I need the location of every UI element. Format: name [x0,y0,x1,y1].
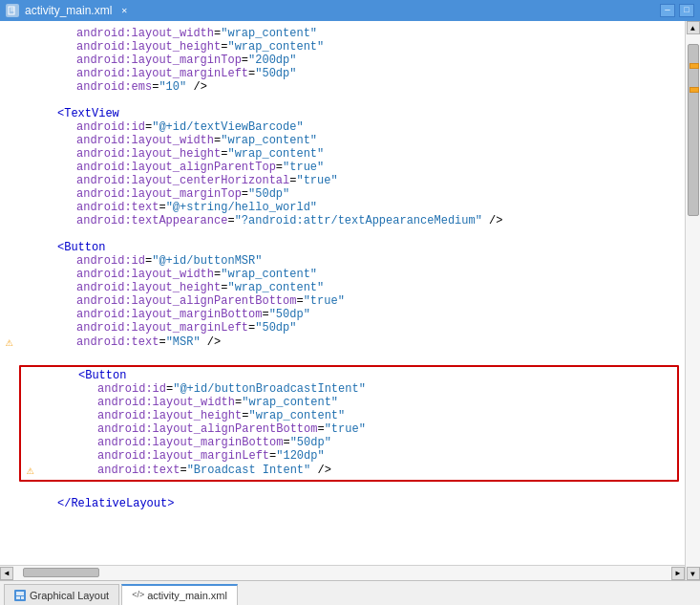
code-line: android:layout_alignParentBottom="true" [21,422,677,436]
code-text: android:layout_marginTop="50dp" [19,187,685,201]
maximize-button[interactable]: □ [679,4,694,17]
editor-area: android:layout_width="wrap_content" andr… [0,21,685,580]
tab-graphical-layout[interactable]: Graphical Layout [4,584,119,605]
code-line: <Button [0,241,685,254]
h-scrollbar-track[interactable] [13,566,671,580]
main-window: activity_main.xml ✕ — □ android:layout_w… [0,0,700,605]
code-line: android:id="@+id/buttonMSR" [0,254,685,268]
horizontal-scrollbar[interactable]: ◀ ▶ [0,565,685,580]
code-text: android:layout_width="wrap_content" [19,134,685,147]
highlighted-code-block: <Button android:id="@+id/buttonBroadcast… [19,365,679,482]
code-line: android:layout_width="wrap_content" [0,134,685,147]
code-text: android:textAppearance="?android:attr/te… [19,214,685,227]
code-line: android:layout_centerHorizontal="true" [0,174,685,187]
svg-rect-3 [16,592,24,595]
code-line: android:layout_marginLeft="50dp" [0,321,685,335]
minimize-button[interactable]: — [660,4,675,17]
code-line [0,350,685,363]
code-text: android:text="@+string/hello_world" [19,201,685,214]
code-text [19,94,685,107]
title-bar: activity_main.xml ✕ — □ [0,0,700,21]
code-line: android:layout_height="wrap_content" [0,281,685,294]
code-text: android:layout_height="wrap_content" [19,281,685,294]
code-line: android:layout_marginLeft="120dp" [21,449,677,463]
code-line: android:textAppearance="?android:attr/te… [0,214,685,227]
code-line [0,484,685,497]
code-text [19,350,685,363]
scroll-marker-2 [689,87,699,93]
code-line: android:id="@+id/textViewBarcode" [0,120,685,134]
code-text: android:id="@+id/textViewBarcode" [19,120,685,134]
warning-gutter: ⚠ [21,463,40,478]
code-line: android:layout_marginBottom="50dp" [0,308,685,321]
code-text: android:layout_marginLeft="120dp" [40,449,677,463]
tab-xml[interactable]: </> activity_main.xml [121,584,238,605]
scroll-up-button[interactable]: ▲ [687,21,700,34]
main-area: android:layout_width="wrap_content" andr… [0,21,700,580]
code-text: android:layout_centerHorizontal="true" [19,174,685,187]
code-text: android:layout_marginTop="200dp" [19,54,685,67]
code-text: android:layout_marginLeft="50dp" [19,67,685,80]
bottom-tab-bar: Graphical Layout </> activity_main.xml [0,580,700,605]
warning-icon: ⚠ [27,463,34,478]
code-line: android:layout_width="wrap_content" [21,396,677,409]
tab-graphical-label: Graphical Layout [30,590,109,601]
code-text: android:layout_marginBottom="50dp" [40,436,677,449]
code-line: android:text="@+string/hello_world" [0,201,685,214]
tab-close-button[interactable]: ✕ [121,5,127,16]
window-controls: — □ [660,4,694,17]
code-line: android:layout_height="wrap_content" [0,40,685,54]
v-scrollbar-track[interactable] [686,34,700,567]
code-line: </RelativeLayout> [0,497,685,510]
code-line: android:layout_width="wrap_content" [0,268,685,281]
code-line: android:layout_width="wrap_content" [0,27,685,40]
code-text: android:id="@+id/buttonMSR" [19,254,685,268]
code-line: <TextView [0,107,685,120]
code-text: <Button [19,241,685,254]
scroll-left-button[interactable]: ◀ [0,567,13,580]
code-text: android:layout_alignParentTop="true" [19,161,685,174]
code-line: android:layout_alignParentBottom="true" [0,294,685,308]
code-text: android:layout_marginLeft="50dp" [19,321,685,335]
code-text: android:text="MSR" /> [19,335,685,349]
graphical-layout-icon [14,590,26,601]
code-text: android:layout_alignParentBottom="true" [19,294,685,308]
code-line: android:layout_marginTop="200dp" [0,54,685,67]
scroll-right-button[interactable]: ▶ [671,567,685,580]
warning-gutter: ⚠ [0,335,19,350]
code-line: android:layout_marginBottom="50dp" [21,436,677,449]
code-line [0,94,685,107]
title-bar-left: activity_main.xml ✕ [6,4,127,17]
code-text: android:layout_width="wrap_content" [19,27,685,40]
code-text: android:ems="10" /> [19,80,685,94]
code-line: android:layout_marginLeft="50dp" [0,67,685,80]
code-line-warning: ⚠ android:text="Broadcast Intent" /> [21,463,677,478]
h-scrollbar-thumb[interactable] [23,568,99,577]
svg-rect-4 [16,596,20,599]
code-text: android:layout_width="wrap_content" [40,396,677,409]
code-text: <Button [40,369,677,382]
v-scrollbar-thumb[interactable] [688,44,699,216]
code-text: android:layout_marginBottom="50dp" [19,308,685,321]
code-line: android:layout_height="wrap_content" [0,147,685,161]
code-line-warning: ⚠ android:text="MSR" /> [0,335,685,350]
code-line [0,227,685,241]
code-line: android:id="@+id/buttonBroadcastIntent" [21,382,677,396]
code-text: <TextView [19,107,685,120]
code-line: android:ems="10" /> [0,80,685,94]
scroll-marker-1 [689,63,699,69]
code-text [19,484,685,497]
code-line: <Button [21,369,677,382]
code-line: android:layout_marginTop="50dp" [0,187,685,201]
code-line: android:layout_height="wrap_content" [21,409,677,422]
scroll-down-button[interactable]: ▼ [687,567,700,580]
code-text: android:layout_height="wrap_content" [19,147,685,161]
code-text [19,227,685,241]
xml-icon: </> [132,590,143,601]
editor-content[interactable]: android:layout_width="wrap_content" andr… [0,21,685,565]
file-icon [6,4,19,17]
code-text: android:layout_width="wrap_content" [19,268,685,281]
code-text: android:id="@+id/buttonBroadcastIntent" [40,382,677,396]
vertical-scrollbar[interactable]: ▲ ▼ [685,21,700,580]
code-line: android:layout_alignParentTop="true" [0,161,685,174]
